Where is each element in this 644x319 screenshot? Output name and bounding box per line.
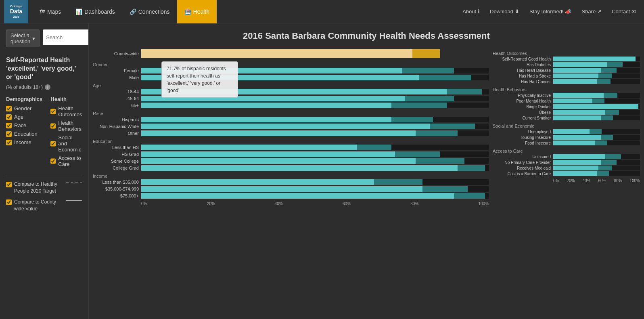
nav-download-label: Download: [490, 8, 513, 15]
nav-health-label: Health: [193, 8, 209, 15]
sidebar-title: Self-Reported Health 'excellent,' 'very …: [6, 56, 82, 81]
nav-dashboards[interactable]: 📊 Dashboards: [68, 0, 122, 23]
maps-icon: 🗺: [40, 8, 45, 15]
bar-self-reported-good-health: Self-Reported Good Health: [493, 57, 640, 61]
share-icon: ↗: [597, 8, 602, 15]
bar-male: Male: [93, 75, 489, 80]
select-question-label: Select a question: [10, 32, 30, 44]
bar-75k-plus: $75,000+: [93, 193, 489, 199]
checkbox-access-to-care[interactable]: Access to Care: [50, 155, 82, 167]
compare-section: Compare to Healthy People 2020 Target Co…: [6, 176, 82, 212]
bar-non-hispanic-white: Non-Hispanic White: [93, 124, 489, 129]
checkbox-race[interactable]: Race: [6, 122, 42, 128]
bar-45-64: 45-64: [93, 96, 489, 101]
bar-binge-drinker: Binge Drinker: [493, 104, 640, 109]
nav-share-label: Share: [581, 8, 596, 15]
health-col: Health Health Outcomes Health Behaviors …: [50, 96, 82, 170]
section-gender: Gender: [93, 62, 489, 67]
bar-male-dark: [419, 75, 471, 80]
checkbox-gender[interactable]: Gender: [6, 105, 42, 111]
bar-some-college: Some College: [93, 158, 489, 164]
right-section-social-economic: Social and Economic: [493, 124, 640, 128]
compare-county-wide[interactable]: Compare to County-wide Value: [6, 199, 82, 212]
sidebar-subtitle: (% of adults 18+) i: [6, 84, 82, 90]
section-race: Race: [93, 111, 489, 116]
compare-healthy-people[interactable]: Compare to Healthy People 2020 Target: [6, 181, 82, 195]
charts-row: County-wide 71.7% of hispanic residents …: [89, 45, 644, 319]
demographics-col: Demographics Gender Age Race Education: [6, 96, 42, 170]
select-question-dropdown[interactable]: Select a question ▾: [6, 29, 40, 47]
bar-35k-75k: $35,000-$74,999: [93, 186, 489, 192]
nav-maps[interactable]: 🗺 Maps: [32, 0, 68, 23]
bar-has-diabetes: Has Diabetes: [493, 62, 640, 67]
bar-receives-medicaid: Receives Medicaid: [493, 166, 640, 170]
right-chart: Health Outcomes Self-Reported Good Healt…: [491, 45, 644, 319]
search-bar: 🔍: [43, 29, 89, 45]
megaphone-icon: 📣: [565, 8, 571, 15]
dashed-line-indicator: [66, 183, 82, 183]
bar-cost-barrier: Cost is a Barrier to Care: [493, 171, 640, 176]
bar-18-44: 18-44: [93, 89, 489, 94]
nav-contact-label: Contact: [612, 8, 630, 15]
tooltip-text: 71.7% of hispanic residents self-report …: [167, 66, 226, 93]
bar-uninsured: Uninsured: [493, 154, 640, 159]
bar-hispanic: Hispanic: [93, 117, 489, 122]
health-label: Health: [50, 96, 82, 102]
about-icon: ℹ: [478, 8, 480, 15]
nav-health[interactable]: 🏥 Health: [177, 0, 217, 23]
right-section-access-to-care: Access to Care: [493, 149, 640, 153]
bar-female-dark: [402, 68, 454, 73]
section-age: Age: [93, 83, 489, 88]
dashboards-icon: 📊: [75, 8, 82, 15]
nav-stay-informed[interactable]: Stay Informed! 📣: [525, 0, 576, 23]
search-input[interactable]: [43, 32, 89, 42]
checkbox-health-outcomes[interactable]: Health Outcomes: [50, 105, 82, 118]
nav-share[interactable]: Share ↗: [577, 0, 606, 23]
nav-items: 🗺 Maps 📊 Dashboards 🔗 Connections 🏥 Heal…: [32, 0, 217, 23]
chevron-down-icon: ▾: [32, 36, 35, 42]
bar-college-grad: College Grad: [93, 165, 489, 171]
bar-no-primary-care: No Primary Care Provider: [493, 160, 640, 165]
bar-unemployed: Unemployed: [493, 129, 640, 134]
bar-physically-inactive: Physically Inactive: [493, 93, 640, 98]
nav-dashboards-label: Dashboards: [84, 8, 115, 15]
content-area: 2016 Santa Barbara Community Health Need…: [89, 23, 644, 319]
bar-has-had-cancer: Has Had Cancer: [493, 79, 640, 84]
nav-contact[interactable]: Contact ✉: [608, 0, 640, 23]
demographics-label: Demographics: [6, 96, 42, 102]
bar-less-35k: Less than $35,000: [93, 179, 489, 185]
solid-line-indicator: [66, 200, 82, 201]
bar-has-had-stroke: Has Had a Stroke: [493, 73, 640, 78]
county-wide-label: County-wide: [93, 51, 141, 56]
brand-mid: Data: [10, 8, 22, 15]
nav-maps-label: Maps: [47, 8, 61, 15]
right-section-health-behaviors: Health Behaviors: [493, 87, 640, 92]
bar-food-insecure: Food Insecure: [493, 141, 640, 145]
download-icon: ⬇: [515, 8, 519, 15]
info-icon[interactable]: i: [45, 84, 50, 90]
nav-right: About ℹ Download ⬇ Stay Informed! 📣 Shar…: [458, 0, 640, 23]
bar-obese: Obese: [493, 110, 640, 115]
demo-cols: Demographics Gender Age Race Education: [6, 96, 82, 170]
nav-connections[interactable]: 🔗 Connections: [122, 0, 177, 23]
tooltip: 71.7% of hispanic residents self-report …: [161, 61, 238, 98]
nav-download[interactable]: Download ⬇: [486, 0, 523, 23]
contact-icon: ✉: [631, 8, 636, 15]
checkbox-age[interactable]: Age: [6, 114, 42, 120]
connections-icon: 🔗: [130, 8, 136, 15]
bar-poor-mental-health: Poor Mental Health: [493, 99, 640, 103]
nav-stay-informed-label: Stay Informed!: [529, 8, 564, 15]
checkbox-health-behaviors[interactable]: Health Behaviors: [50, 120, 82, 132]
nav-about[interactable]: About ℹ: [458, 0, 484, 23]
main-layout: Select a question ▾ 🔍 Self-Reported Heal…: [0, 23, 644, 319]
bar-female: Female: [93, 68, 489, 73]
checkbox-education[interactable]: Education: [6, 131, 42, 137]
right-section-health-outcomes: Health Outcomes: [493, 51, 640, 56]
brand-bot: 2Go: [13, 15, 19, 19]
bar-has-heart-disease: Has Heart Disease: [493, 68, 640, 73]
section-education: Education: [93, 139, 489, 144]
brand-logo[interactable]: Cottage Data 2Go: [4, 0, 28, 23]
checkbox-income[interactable]: Income: [6, 139, 42, 145]
health-icon: 🏥: [184, 8, 191, 15]
checkbox-social-economic[interactable]: Social and Economic: [50, 134, 82, 153]
